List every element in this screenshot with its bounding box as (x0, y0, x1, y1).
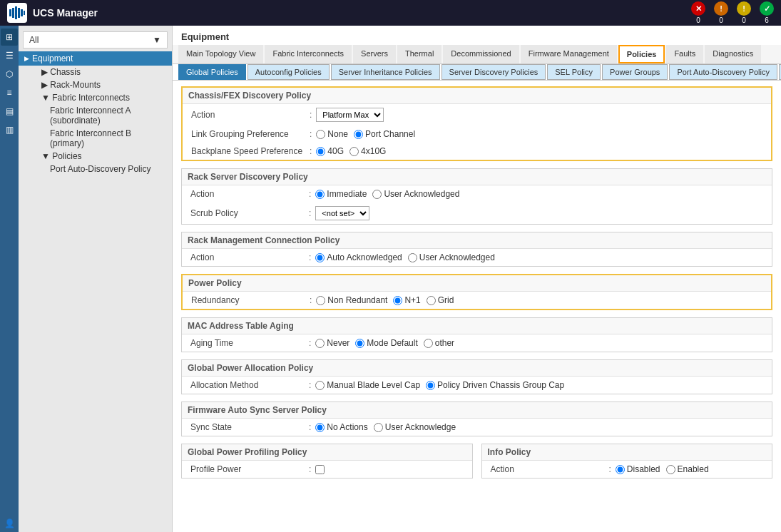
global-profiling-section: Global Power Profiling Policy Profile Po… (181, 444, 473, 479)
cisco-logo (7, 3, 27, 23)
tab-thermal[interactable]: Thermal (397, 45, 441, 63)
critical-icon[interactable]: ✕ (691, 1, 705, 16)
sidebar-item-chassis[interactable]: ▶ Chassis (27, 66, 172, 78)
profile-power-checkbox[interactable] (315, 465, 325, 474)
aging-never[interactable]: Never (315, 338, 349, 348)
policy-driven[interactable]: Policy Driven Chassis Group Cap (426, 380, 564, 390)
rack-action-label: Action (190, 189, 305, 199)
sidebar-item-policies[interactable]: ▼ Policies (27, 150, 172, 163)
chassis-fex-section: Chassis/FEX Discovery Policy Action : Pl… (181, 86, 772, 161)
tab-firmware[interactable]: Firmware Management (521, 45, 617, 63)
rack-immediate[interactable]: Immediate (315, 189, 367, 199)
arrow-rack: ▶ (41, 80, 50, 90)
chassis-fex-title: Chassis/FEX Discovery Policy (183, 88, 771, 104)
tab-diagnostics[interactable]: Diagnostics (705, 45, 761, 63)
rack-server-title: Rack Server Discovery Policy (182, 169, 772, 185)
nav-servers[interactable]: ☰ (1, 47, 18, 64)
subtab-autoconfig[interactable]: Autoconfig Policies (247, 64, 330, 80)
page-title: Equipment (173, 26, 781, 45)
tab-faults[interactable]: Faults (666, 45, 703, 63)
app-title: UCS Manager (33, 7, 98, 19)
info-action-label: Action (491, 464, 605, 474)
nav-san[interactable]: ≡ (1, 84, 18, 101)
subtab-port-auto-discovery[interactable]: Port Auto-Discovery Policy (669, 64, 777, 80)
sidebar-item-fabric-interconnects[interactable]: ▼ Fabric Interconnects (27, 91, 172, 104)
redundancy-controls: Non Redundant N+1 Grid (316, 295, 454, 305)
allocation-method-label: Allocation Method (190, 380, 305, 390)
minor-count: 0 (742, 16, 746, 24)
mac-aging-title: MAC Address Table Aging (182, 318, 772, 334)
non-redundant[interactable]: Non Redundant (316, 295, 387, 305)
rack-user-ack[interactable]: User Acknowledged (372, 189, 459, 199)
subtab-server-discovery[interactable]: Server Discovery Policies (441, 64, 546, 80)
minor-icon[interactable]: ! (737, 1, 751, 16)
user-acknowledged-mgmt[interactable]: User Acknowledged (408, 252, 495, 262)
tab-servers[interactable]: Servers (353, 45, 396, 63)
major-icon[interactable]: ! (714, 1, 728, 16)
sidebar-item-equipment[interactable]: ▶ Equipment (19, 51, 172, 66)
scrub-policy-select[interactable]: <not set> (315, 206, 369, 220)
info-disabled[interactable]: Disabled (616, 464, 660, 474)
filter-dropdown[interactable]: All ▼ (23, 31, 168, 48)
manual-blade[interactable]: Manual Blade Level Cap (315, 380, 420, 390)
ok-icon[interactable]: ✓ (760, 1, 774, 16)
n-plus-1[interactable]: N+1 (393, 295, 420, 305)
subtab-global-policies[interactable]: Global Policies (178, 64, 246, 80)
sync-state-controls: No Actions User Acknowledge (315, 422, 456, 432)
info-policy-title: Info Policy (482, 444, 772, 461)
mac-aging-section: MAC Address Table Aging Aging Time : Nev… (181, 317, 772, 352)
status-minor: ! 0 (737, 1, 751, 24)
chassis-action-select[interactable]: Platform Max 1-link 2-link 4-link 8-link (316, 108, 384, 122)
rack-mgmt-action-row: Action : Auto Acknowledged User Acknowle… (182, 249, 772, 266)
rack-action-row: Action : Immediate User Acknowledged (182, 185, 772, 203)
nav-storage[interactable]: ▥ (1, 121, 18, 138)
nav-topology[interactable]: ⬡ (1, 66, 18, 83)
aging-time-row: Aging Time : Never Mode Default other (182, 334, 772, 352)
arrow-policies: ▼ (41, 151, 52, 161)
no-actions[interactable]: No Actions (315, 422, 367, 432)
auto-acknowledged[interactable]: Auto Acknowledged (315, 252, 402, 262)
backplane-40g[interactable]: 40G (316, 146, 344, 156)
tab-decommissioned[interactable]: Decommissioned (443, 45, 519, 63)
allocation-method-row: Allocation Method : Manual Blade Level C… (182, 377, 772, 394)
tab-main-topology[interactable]: Main Topology View (178, 45, 263, 63)
critical-count: 0 (696, 16, 700, 24)
sync-state-row: Sync State : No Actions User Acknowledge (182, 419, 772, 436)
sidebar-item-rack-mounts[interactable]: ▶ Rack-Mounts (27, 78, 172, 91)
link-grouping-portchannel[interactable]: Port Channel (354, 129, 415, 139)
allocation-controls: Manual Blade Level Cap Policy Driven Cha… (315, 380, 564, 390)
svg-rect-4 (21, 9, 23, 16)
subtab-sel-policy[interactable]: SEL Policy (547, 64, 601, 80)
power-policy-section: Power Policy Redundancy : Non Redundant … (181, 274, 772, 310)
sidebar-item-fabric-b[interactable]: Fabric Interconnect B (primary) (27, 127, 172, 150)
svg-rect-0 (9, 9, 11, 16)
ok-count: 6 (765, 16, 769, 24)
aging-time-label: Aging Time (190, 338, 305, 348)
sidebar-item-port-auto[interactable]: Port Auto-Discovery Policy (27, 163, 172, 175)
sidebar-equipment-children: ▶ Chassis ▶ Rack-Mounts ▼ Fabric Interco… (19, 66, 172, 175)
power-policy-title: Power Policy (183, 275, 771, 292)
backplane-speed-controls: 40G 4x10G (316, 146, 386, 156)
aging-other[interactable]: other (424, 338, 454, 348)
grid-redundancy[interactable]: Grid (427, 295, 454, 305)
sidebar-item-fabric-a[interactable]: Fabric Interconnect A (subordinate) (27, 104, 172, 127)
tab-fabric-interconnects[interactable]: Fabric Interconnects (265, 45, 352, 63)
subtab-power-groups[interactable]: Power Groups (602, 64, 668, 80)
link-grouping-row: Link Grouping Preference : None Port Cha… (183, 126, 771, 143)
profile-power-label: Profile Power (190, 464, 305, 474)
backplane-4x10g[interactable]: 4x10G (349, 146, 386, 156)
info-enabled[interactable]: Enabled (666, 464, 709, 474)
tab-policies[interactable]: Policies (618, 45, 665, 63)
global-profiling-title: Global Power Profiling Policy (182, 444, 472, 461)
global-power-section: Global Power Allocation Policy Allocatio… (181, 359, 772, 394)
user-acknowledge[interactable]: User Acknowledge (374, 422, 456, 432)
nav-equipment[interactable]: ⊞ (1, 29, 18, 46)
chassis-action-row: Action : Platform Max 1-link 2-link 4-li… (183, 104, 771, 126)
subtab-server-inheritance[interactable]: Server Inheritance Policies (331, 64, 440, 80)
info-action-controls: Disabled Enabled (616, 464, 709, 474)
link-grouping-none[interactable]: None (316, 129, 348, 139)
nav-user[interactable]: 👤 (1, 515, 18, 532)
aging-mode-default[interactable]: Mode Default (355, 338, 417, 348)
backplane-speed-label: Backplane Speed Preference (191, 146, 305, 156)
nav-vm[interactable]: ▤ (1, 103, 18, 120)
